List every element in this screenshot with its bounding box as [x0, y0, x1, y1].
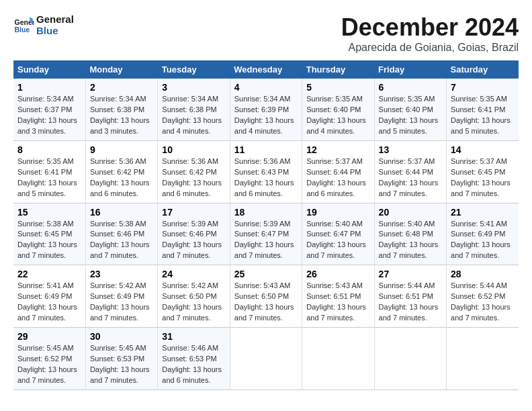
day-number: 14: [451, 144, 515, 155]
day-cell: 19Sunrise: 5:40 AM Sunset: 6:47 PM Dayli…: [302, 203, 374, 265]
day-info: Sunrise: 5:41 AM Sunset: 6:49 PM Dayligh…: [451, 219, 515, 262]
day-number: 13: [379, 144, 442, 155]
day-cell: 6Sunrise: 5:35 AM Sunset: 6:40 PM Daylig…: [374, 79, 446, 140]
day-cell: 11Sunrise: 5:36 AM Sunset: 6:43 PM Dayli…: [230, 140, 302, 203]
day-cell: 26Sunrise: 5:43 AM Sunset: 6:51 PM Dayli…: [302, 265, 374, 328]
day-info: Sunrise: 5:39 AM Sunset: 6:46 PM Dayligh…: [162, 219, 225, 262]
day-cell: 29Sunrise: 5:45 AM Sunset: 6:52 PM Dayli…: [13, 328, 85, 390]
day-info: Sunrise: 5:38 AM Sunset: 6:45 PM Dayligh…: [17, 219, 81, 262]
day-cell: [447, 328, 519, 390]
week-row-3: 15Sunrise: 5:38 AM Sunset: 6:45 PM Dayli…: [13, 203, 519, 265]
day-info: Sunrise: 5:37 AM Sunset: 6:45 PM Dayligh…: [451, 156, 515, 199]
day-number: 23: [90, 269, 153, 279]
day-number: 20: [379, 207, 442, 218]
day-number: 1: [17, 82, 81, 93]
day-info: Sunrise: 5:40 AM Sunset: 6:47 PM Dayligh…: [306, 219, 369, 262]
day-number: 22: [17, 269, 81, 279]
day-number: 16: [90, 207, 153, 218]
day-cell: 16Sunrise: 5:38 AM Sunset: 6:46 PM Dayli…: [85, 203, 157, 265]
day-number: 21: [451, 207, 515, 218]
header-tuesday: Tuesday: [158, 60, 230, 79]
day-cell: 17Sunrise: 5:39 AM Sunset: 6:46 PM Dayli…: [158, 203, 230, 265]
day-info: Sunrise: 5:35 AM Sunset: 6:40 PM Dayligh…: [306, 94, 369, 137]
day-number: 25: [234, 269, 298, 279]
header-saturday: Saturday: [447, 60, 519, 79]
day-number: 28: [451, 269, 515, 279]
logo-blue: Blue: [36, 25, 74, 36]
header-thursday: Thursday: [302, 60, 374, 79]
day-info: Sunrise: 5:37 AM Sunset: 6:44 PM Dayligh…: [306, 156, 369, 199]
day-info: Sunrise: 5:42 AM Sunset: 6:49 PM Dayligh…: [90, 281, 153, 324]
day-info: Sunrise: 5:45 AM Sunset: 6:52 PM Dayligh…: [17, 343, 81, 386]
header-friday: Friday: [374, 60, 446, 79]
day-number: 29: [17, 331, 81, 342]
day-number: 19: [306, 207, 369, 218]
week-row-4: 22Sunrise: 5:41 AM Sunset: 6:49 PM Dayli…: [13, 265, 519, 328]
day-number: 2: [90, 82, 153, 93]
day-cell: 5Sunrise: 5:35 AM Sunset: 6:40 PM Daylig…: [302, 79, 374, 140]
day-number: 9: [90, 144, 153, 155]
day-cell: 31Sunrise: 5:46 AM Sunset: 6:53 PM Dayli…: [158, 328, 230, 390]
week-row-5: 29Sunrise: 5:45 AM Sunset: 6:52 PM Dayli…: [13, 328, 519, 390]
day-cell: 18Sunrise: 5:39 AM Sunset: 6:47 PM Dayli…: [230, 203, 302, 265]
day-cell: [302, 328, 374, 390]
calendar-table: SundayMondayTuesdayWednesdayThursdayFrid…: [13, 60, 519, 390]
day-number: 24: [162, 269, 225, 279]
day-info: Sunrise: 5:39 AM Sunset: 6:47 PM Dayligh…: [234, 219, 298, 262]
day-info: Sunrise: 5:44 AM Sunset: 6:52 PM Dayligh…: [451, 281, 515, 324]
day-cell: 10Sunrise: 5:36 AM Sunset: 6:42 PM Dayli…: [158, 140, 230, 203]
svg-text:Blue: Blue: [15, 26, 30, 34]
day-number: 6: [379, 82, 442, 93]
day-info: Sunrise: 5:35 AM Sunset: 6:40 PM Dayligh…: [379, 94, 442, 137]
day-info: Sunrise: 5:37 AM Sunset: 6:44 PM Dayligh…: [379, 156, 442, 199]
day-info: Sunrise: 5:44 AM Sunset: 6:51 PM Dayligh…: [379, 281, 442, 324]
day-number: 3: [162, 82, 225, 93]
day-cell: 1Sunrise: 5:34 AM Sunset: 6:37 PM Daylig…: [13, 79, 85, 140]
title-area: December 2024 Aparecida de Goiania, Goia…: [341, 13, 519, 54]
day-cell: 28Sunrise: 5:44 AM Sunset: 6:52 PM Dayli…: [447, 265, 519, 328]
week-row-1: 1Sunrise: 5:34 AM Sunset: 6:37 PM Daylig…: [13, 79, 519, 140]
day-cell: 9Sunrise: 5:36 AM Sunset: 6:42 PM Daylig…: [85, 140, 157, 203]
day-number: 30: [90, 331, 153, 342]
day-info: Sunrise: 5:40 AM Sunset: 6:48 PM Dayligh…: [379, 219, 442, 262]
day-info: Sunrise: 5:38 AM Sunset: 6:46 PM Dayligh…: [90, 219, 153, 262]
day-number: 8: [17, 144, 81, 155]
logo-icon: General Blue: [13, 15, 34, 35]
day-cell: [374, 328, 446, 390]
logo: General Blue General Blue: [13, 13, 74, 36]
day-number: 5: [306, 82, 369, 93]
day-cell: 14Sunrise: 5:37 AM Sunset: 6:45 PM Dayli…: [447, 140, 519, 203]
header-monday: Monday: [85, 60, 157, 79]
day-info: Sunrise: 5:42 AM Sunset: 6:50 PM Dayligh…: [162, 281, 225, 324]
page-header: General Blue General Blue December 2024 …: [13, 13, 519, 54]
day-number: 15: [17, 207, 81, 218]
day-info: Sunrise: 5:35 AM Sunset: 6:41 PM Dayligh…: [17, 156, 81, 199]
day-cell: 7Sunrise: 5:35 AM Sunset: 6:41 PM Daylig…: [447, 79, 519, 140]
day-number: 31: [162, 331, 225, 342]
day-info: Sunrise: 5:34 AM Sunset: 6:39 PM Dayligh…: [234, 94, 298, 137]
header-sunday: Sunday: [13, 60, 85, 79]
day-info: Sunrise: 5:36 AM Sunset: 6:42 PM Dayligh…: [162, 156, 225, 199]
day-info: Sunrise: 5:46 AM Sunset: 6:53 PM Dayligh…: [162, 343, 225, 386]
day-cell: 21Sunrise: 5:41 AM Sunset: 6:49 PM Dayli…: [447, 203, 519, 265]
day-cell: 4Sunrise: 5:34 AM Sunset: 6:39 PM Daylig…: [230, 79, 302, 140]
week-row-2: 8Sunrise: 5:35 AM Sunset: 6:41 PM Daylig…: [13, 140, 519, 203]
day-number: 18: [234, 207, 298, 218]
calendar-subtitle: Aparecida de Goiania, Goias, Brazil: [341, 42, 519, 54]
day-number: 17: [162, 207, 225, 218]
day-cell: 27Sunrise: 5:44 AM Sunset: 6:51 PM Dayli…: [374, 265, 446, 328]
day-cell: 20Sunrise: 5:40 AM Sunset: 6:48 PM Dayli…: [374, 203, 446, 265]
day-info: Sunrise: 5:41 AM Sunset: 6:49 PM Dayligh…: [17, 281, 81, 324]
day-info: Sunrise: 5:35 AM Sunset: 6:41 PM Dayligh…: [451, 94, 515, 137]
day-cell: 8Sunrise: 5:35 AM Sunset: 6:41 PM Daylig…: [13, 140, 85, 203]
day-info: Sunrise: 5:43 AM Sunset: 6:50 PM Dayligh…: [234, 281, 298, 324]
day-number: 26: [306, 269, 369, 279]
day-cell: 30Sunrise: 5:45 AM Sunset: 6:53 PM Dayli…: [85, 328, 157, 390]
header-wednesday: Wednesday: [230, 60, 302, 79]
day-cell: 12Sunrise: 5:37 AM Sunset: 6:44 PM Dayli…: [302, 140, 374, 203]
day-cell: 24Sunrise: 5:42 AM Sunset: 6:50 PM Dayli…: [158, 265, 230, 328]
logo-general: General: [36, 13, 74, 25]
day-info: Sunrise: 5:34 AM Sunset: 6:37 PM Dayligh…: [17, 94, 81, 137]
day-info: Sunrise: 5:45 AM Sunset: 6:53 PM Dayligh…: [90, 343, 153, 386]
day-number: 4: [234, 82, 298, 93]
